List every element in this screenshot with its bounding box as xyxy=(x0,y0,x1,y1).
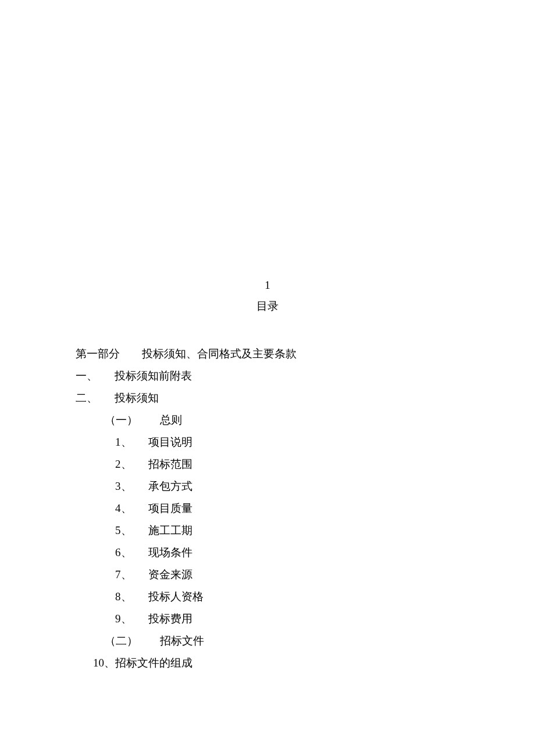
toc-part-text: 投标须知、合同格式及主要条款 xyxy=(142,347,297,360)
toc-sub-text: 招标文件 xyxy=(160,635,204,647)
toc-item-text: 招标文件的组成 xyxy=(115,657,192,669)
toc-section-text: 投标须知 xyxy=(115,392,159,404)
toc-part-label: 第一部分 xyxy=(76,347,120,360)
toc-item: 3、 承包方式 xyxy=(76,475,459,497)
toc-title: 目录 xyxy=(76,299,459,314)
toc-section-1: 一、 投标须知前附表 xyxy=(76,365,459,387)
toc-item: 6、 现场条件 xyxy=(76,542,459,564)
toc-item-text: 承包方式 xyxy=(148,480,192,492)
toc-item-num: 10、 xyxy=(93,657,115,669)
page-number: 1 xyxy=(76,279,459,292)
toc-item-text: 资金来源 xyxy=(148,568,192,581)
toc-item-text: 施工工期 xyxy=(148,524,192,536)
document-page: 1 目录 第一部分 投标须知、合同格式及主要条款 一、 投标须知前附表 二、 投… xyxy=(0,0,535,674)
toc-item-num: 2、 xyxy=(115,458,132,470)
toc-item-num: 1、 xyxy=(115,436,132,448)
toc-sub-label: （二） xyxy=(105,635,138,647)
toc-item-num: 6、 xyxy=(115,546,132,558)
toc-item-text: 招标范围 xyxy=(148,458,192,470)
toc-item: 4、 项目质量 xyxy=(76,497,459,519)
toc-item-num: 9、 xyxy=(115,612,132,625)
toc-section-2: 二、 投标须知 xyxy=(76,387,459,409)
toc-item: 7、 资金来源 xyxy=(76,564,459,586)
toc-item: 8、 投标人资格 xyxy=(76,586,459,608)
toc-section-label: 二、 xyxy=(76,392,98,404)
toc-sub-label: （一） xyxy=(105,414,138,426)
toc-item: 9、 投标费用 xyxy=(76,608,459,630)
toc-item-10: 10、招标文件的组成 xyxy=(76,652,459,674)
toc-item: 1、 项目说明 xyxy=(76,431,459,453)
toc-item-text: 项目说明 xyxy=(148,436,192,448)
toc-section-text: 投标须知前附表 xyxy=(115,370,192,382)
toc-item-num: 7、 xyxy=(115,568,132,581)
toc-item: 5、 施工工期 xyxy=(76,519,459,542)
toc-item-num: 8、 xyxy=(115,590,132,603)
toc-item: 2、 招标范围 xyxy=(76,453,459,475)
toc-subsection-2: （二） 招标文件 xyxy=(76,630,459,652)
toc-item-text: 现场条件 xyxy=(148,546,192,558)
toc-item-num: 5、 xyxy=(115,524,132,536)
toc-part-1: 第一部分 投标须知、合同格式及主要条款 xyxy=(76,343,459,365)
toc-section-label: 一、 xyxy=(76,370,98,382)
toc-item-num: 4、 xyxy=(115,502,132,514)
toc-item-text: 投标人资格 xyxy=(148,590,204,603)
toc-subsection-1: （一） 总则 xyxy=(76,409,459,431)
toc-sub-text: 总则 xyxy=(160,414,182,426)
toc-item-text: 项目质量 xyxy=(148,502,192,514)
toc-item-num: 3、 xyxy=(115,480,132,492)
toc-item-text: 投标费用 xyxy=(148,612,192,625)
